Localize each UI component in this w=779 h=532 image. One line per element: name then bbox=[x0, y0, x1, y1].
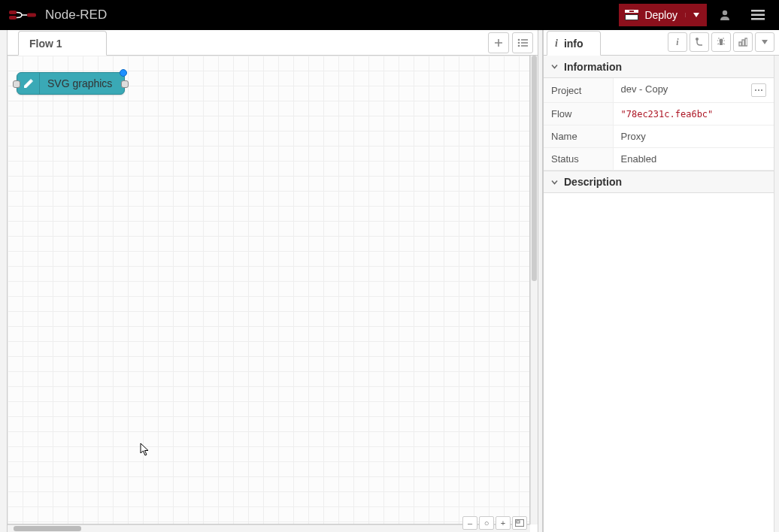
user-button[interactable] bbox=[710, 0, 740, 30]
svg-rect-23 bbox=[742, 40, 744, 46]
project-more-button[interactable]: ⋯ bbox=[751, 83, 766, 97]
status-value: Enabled bbox=[613, 148, 774, 171]
svg-rect-14 bbox=[521, 42, 528, 44]
svg-rect-6 bbox=[629, 11, 634, 12]
svg-rect-18 bbox=[517, 521, 520, 523]
menu-button[interactable] bbox=[743, 0, 773, 30]
flow-list-button[interactable] bbox=[512, 32, 533, 53]
status-label: Status bbox=[544, 148, 613, 171]
zoom-out-button[interactable]: – bbox=[462, 516, 477, 530]
logo-icon bbox=[9, 8, 36, 22]
sidebar-resize-handle[interactable] bbox=[538, 30, 543, 532]
sidebar-scrollbar[interactable] bbox=[774, 56, 779, 532]
project-row: Project dev - Copy ⋯ bbox=[544, 78, 774, 103]
svg-point-7 bbox=[723, 11, 727, 15]
svg-point-11 bbox=[518, 39, 520, 41]
svg-rect-12 bbox=[521, 39, 528, 41]
svg-rect-0 bbox=[9, 11, 17, 14]
svg-rect-22 bbox=[739, 42, 741, 46]
svg-rect-2 bbox=[27, 14, 36, 17]
zoom-reset-button[interactable]: ○ bbox=[479, 516, 494, 530]
flow-label: Flow bbox=[544, 103, 613, 125]
canvas-horizontal-scrollbar[interactable] bbox=[8, 524, 530, 532]
workspace: Flow 1 S bbox=[8, 30, 538, 532]
svg-rect-24 bbox=[745, 38, 747, 46]
sidebar: i info i Information bbox=[543, 30, 779, 532]
name-value: Proxy bbox=[613, 125, 774, 148]
palette-collapsed[interactable] bbox=[0, 30, 8, 532]
svg-point-13 bbox=[518, 42, 520, 44]
zoom-in-button[interactable]: + bbox=[496, 516, 511, 530]
svg-rect-10 bbox=[751, 18, 765, 20]
name-label: Name bbox=[544, 125, 613, 148]
svg-rect-5 bbox=[626, 15, 638, 20]
node-changed-indicator bbox=[120, 69, 127, 77]
project-value: dev - Copy bbox=[621, 83, 668, 95]
node-label: SVG graphics bbox=[40, 77, 124, 89]
tab-info-icon[interactable]: i bbox=[668, 32, 687, 52]
chevron-down-icon bbox=[551, 63, 558, 70]
view-controls: – ○ + bbox=[462, 515, 527, 530]
info-icon: i bbox=[555, 38, 558, 50]
navigator-button[interactable] bbox=[512, 516, 527, 530]
info-tab-label: info bbox=[564, 38, 583, 50]
sidebar-tabs: i info i bbox=[544, 30, 779, 56]
svg-graphics-node[interactable]: SVG graphics bbox=[17, 72, 125, 95]
svg-rect-1 bbox=[9, 16, 17, 20]
status-row: Status Enabled bbox=[544, 148, 774, 171]
svg-rect-16 bbox=[521, 45, 528, 47]
chevron-down-icon bbox=[551, 179, 558, 186]
info-table: Project dev - Copy ⋯ Flow "78ec231c.fea6… bbox=[544, 78, 774, 171]
svg-point-15 bbox=[518, 45, 520, 47]
canvas-wrap: SVG graphics – ○ + bbox=[8, 56, 538, 532]
tab-info[interactable]: i info bbox=[547, 31, 601, 56]
svg-rect-9 bbox=[751, 14, 765, 17]
svg-rect-8 bbox=[751, 10, 765, 12]
flow-tab[interactable]: Flow 1 bbox=[18, 31, 107, 56]
project-label: Project bbox=[544, 78, 613, 103]
app-header: Node-RED Deploy bbox=[0, 0, 779, 30]
add-flow-button[interactable] bbox=[488, 32, 509, 53]
deploy-dropdown-caret[interactable] bbox=[685, 13, 699, 17]
information-section-header[interactable]: Information bbox=[544, 56, 779, 78]
description-body bbox=[544, 193, 779, 532]
svg-rect-21 bbox=[720, 41, 723, 45]
deploy-label: Deploy bbox=[644, 9, 677, 21]
pencil-icon bbox=[17, 73, 40, 94]
cursor-icon bbox=[140, 443, 150, 456]
workspace-tabs: Flow 1 bbox=[8, 30, 538, 56]
brand-area: Node-RED bbox=[9, 8, 107, 23]
description-section-header[interactable]: Description bbox=[544, 171, 779, 193]
sidebar-tab-dropdown[interactable] bbox=[755, 32, 774, 52]
tab-context-icon[interactable] bbox=[733, 32, 753, 52]
brand-label: Node-RED bbox=[45, 8, 107, 23]
tab-config-icon[interactable] bbox=[711, 32, 731, 52]
main-area: Flow 1 S bbox=[0, 30, 779, 532]
information-title: Information bbox=[564, 61, 622, 73]
flow-id-value: "78ec231c.fea6bc" bbox=[621, 109, 714, 119]
deploy-button[interactable]: Deploy bbox=[619, 4, 707, 26]
deploy-icon bbox=[625, 10, 638, 20]
svg-point-19 bbox=[696, 38, 699, 41]
flow-tab-label: Flow 1 bbox=[29, 38, 62, 50]
tab-debug-icon[interactable] bbox=[690, 32, 709, 52]
name-row: Name Proxy bbox=[544, 125, 774, 148]
flow-canvas[interactable]: SVG graphics bbox=[8, 56, 530, 524]
node-output-port[interactable] bbox=[121, 80, 129, 88]
node-input-port[interactable] bbox=[13, 80, 20, 88]
description-title: Description bbox=[564, 176, 622, 188]
canvas-vertical-scrollbar[interactable] bbox=[530, 56, 538, 524]
flow-row: Flow "78ec231c.fea6bc" bbox=[544, 103, 774, 125]
